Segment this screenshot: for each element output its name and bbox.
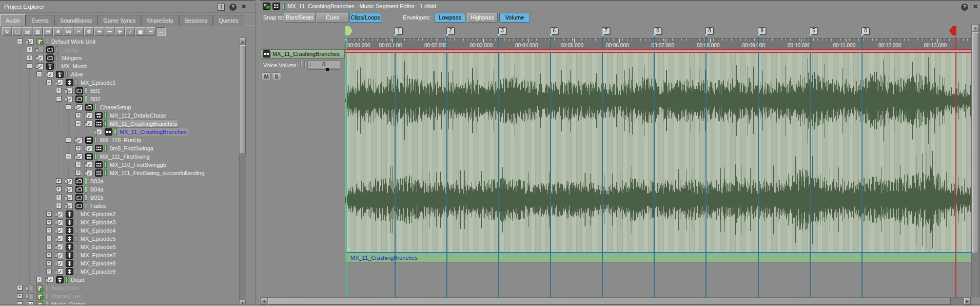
cue-marker-flag[interactable]: 0 <box>861 27 870 34</box>
tree-item-label[interactable]: B01 <box>89 87 102 94</box>
include-checkbox[interactable]: ✓ <box>86 145 92 151</box>
include-checkbox[interactable]: ✓ <box>57 227 63 234</box>
tree-item-label[interactable]: 0m5_FirstSwinga <box>108 145 155 152</box>
tree-scroll-thumb[interactable] <box>240 45 246 154</box>
include-checkbox[interactable]: ✓ <box>86 162 92 168</box>
tree-row[interactable]: +✓B01 <box>0 87 239 95</box>
tree-item-label[interactable]: MasterCues <box>50 293 83 300</box>
include-checkbox[interactable]: ✓ <box>67 96 73 102</box>
collapse-expander-icon[interactable]: − <box>66 137 71 143</box>
expand-expander-icon[interactable]: + <box>75 170 81 176</box>
mute-button[interactable]: M <box>262 72 271 81</box>
tree-item-label[interactable]: Beta_Cues <box>50 284 81 292</box>
include-checkbox[interactable]: ✓ <box>67 88 73 94</box>
solo-button[interactable]: S <box>272 72 281 81</box>
tab-sessions[interactable]: Sessions <box>179 15 213 26</box>
entry-cue-flag[interactable] <box>345 26 352 35</box>
include-checkbox[interactable] <box>28 293 34 299</box>
snap-clips-loops-button[interactable]: Clips/Loops <box>349 13 381 23</box>
expand-expander-icon[interactable]: + <box>75 145 81 151</box>
envelope-highpass-button[interactable]: Highpass <box>467 13 498 23</box>
sheet-icon[interactable]: ▦ <box>135 27 145 36</box>
cue-marker-flag[interactable]: 0 <box>654 27 662 34</box>
expand-expander-icon[interactable]: + <box>46 236 52 241</box>
tree-row[interactable]: −✓MX_111_FirstSwing <box>0 152 239 161</box>
cue-marker-flag[interactable]: 5 <box>810 27 818 34</box>
tree-row[interactable]: −✓MX_Music <box>0 62 239 70</box>
cue-marker-flag[interactable]: 6 <box>550 27 558 34</box>
expand-expander-icon[interactable]: + <box>17 293 23 299</box>
tree-row[interactable]: +✓MX_Episode9 <box>0 267 239 276</box>
expand-expander-icon[interactable]: + <box>17 285 23 291</box>
tree-item-label[interactable]: MX_11_CrashingBranches <box>108 120 179 127</box>
tree-row[interactable]: +✓Fades <box>0 202 239 210</box>
expand-expander-icon[interactable]: + <box>46 211 52 217</box>
grid-view-icon[interactable]: ⊞ <box>43 27 53 36</box>
tree-row[interactable]: +✓B03a <box>0 177 239 185</box>
tab-game-syncs[interactable]: Game Syncs <box>97 15 141 26</box>
timecode-ruler[interactable]: 00:00.00000:01.00000:02.00000:03.00000:0… <box>345 38 971 49</box>
tree-item-label[interactable]: MX_Episode4 <box>79 227 117 234</box>
hscroll-thumb[interactable] <box>268 298 951 304</box>
collapse-expander-icon[interactable]: − <box>75 121 81 126</box>
expand-expander-icon[interactable]: + <box>75 162 81 167</box>
expand-expander-icon[interactable]: + <box>46 260 52 266</box>
include-checkbox[interactable]: ✓ <box>57 269 63 275</box>
tree-row[interactable]: −✓MX_Episode1 <box>0 79 239 87</box>
include-checkbox[interactable]: ✓ <box>76 137 83 143</box>
tree-row[interactable]: −✓Alive <box>0 70 239 79</box>
snap-bars-beats-button[interactable]: Bars/Beats <box>284 13 316 23</box>
new-item-icon[interactable]: ▢ <box>12 27 22 36</box>
tree-item-label[interactable]: MX_Episode9 <box>79 268 117 275</box>
include-checkbox[interactable]: ✓ <box>57 244 63 250</box>
tree-item-label[interactable]: MX_111_FirstSwing <box>99 153 151 160</box>
voice-volume-field[interactable]: ↕ 0 <box>307 61 340 68</box>
tree-row[interactable]: +✓MX_Episode7 <box>0 251 239 259</box>
collapse-icon[interactable]: ⊟ <box>146 27 155 36</box>
expand-expander-icon[interactable]: + <box>46 269 52 274</box>
curve-indicator[interactable] <box>304 61 306 67</box>
expand-expander-icon[interactable]: + <box>56 203 62 208</box>
curve-indicator[interactable] <box>300 60 302 66</box>
expand-expander-icon[interactable]: + <box>27 47 32 52</box>
tree-item-label[interactable]: MX_Music <box>60 63 89 70</box>
tree-item-label[interactable]: Dead <box>69 276 86 283</box>
tree-item-label[interactable]: MX_112_DebrisChase <box>108 112 168 119</box>
track-header[interactable]: MX_11_CrashingBranches <box>261 49 345 59</box>
tree-item-label[interactable]: _Temp <box>60 46 80 53</box>
include-checkbox[interactable]: ✓ <box>57 80 63 86</box>
tree-row[interactable]: +✓MX_Episode6 <box>0 243 239 251</box>
tree-row[interactable]: +✓MX_Episode2 <box>0 210 239 218</box>
collapse-expander-icon[interactable]: − <box>66 154 71 159</box>
include-checkbox[interactable]: ✓ <box>57 211 63 217</box>
expand-expander-icon[interactable]: + <box>46 227 52 233</box>
tree-row[interactable]: +_Temp <box>0 46 239 54</box>
expand-expander-icon[interactable]: + <box>46 219 52 225</box>
tree-row[interactable]: +✓B04a <box>0 185 239 194</box>
new-folder-icon[interactable]: ▥ <box>33 27 43 36</box>
settings-icon[interactable]: ⚙ <box>84 27 94 36</box>
include-checkbox[interactable]: ✓ <box>86 121 92 127</box>
tree-row[interactable]: +✓MX_112_DebrisChase <box>0 111 239 120</box>
cut-icon[interactable]: ✂ <box>74 27 84 36</box>
tree-row[interactable]: +✓MX_111_FirstSwing_succesfullanding <box>0 169 239 177</box>
include-checkbox[interactable]: ✓ <box>76 104 83 110</box>
tree-row[interactable]: +✓Stingers <box>0 54 239 62</box>
include-checkbox[interactable]: ✓ <box>67 203 73 209</box>
include-checkbox[interactable]: ✓ <box>57 236 63 242</box>
scroll-up-icon[interactable]: ▲ <box>240 38 246 44</box>
tree-item-label[interactable]: MX_Episode5 <box>79 235 117 242</box>
collapse-expander-icon[interactable]: − <box>17 39 23 44</box>
tab-events[interactable]: Events <box>26 15 54 26</box>
tab-audio[interactable]: Audio <box>0 14 26 26</box>
include-checkbox[interactable] <box>37 47 44 53</box>
tree-item-label[interactable]: Stingers <box>60 54 83 62</box>
scroll-up-icon[interactable]: ▲ <box>972 25 979 31</box>
tree-row[interactable]: −✓MX_110_RunUp <box>0 136 239 144</box>
tree-row[interactable]: +✓0m5_FirstSwinga <box>0 144 239 152</box>
exit-cue-flag[interactable] <box>949 26 956 35</box>
help-icon[interactable]: ? <box>961 4 968 11</box>
include-checkbox[interactable] <box>28 285 34 291</box>
include-checkbox[interactable]: ✓ <box>67 195 73 201</box>
tree-item-label[interactable]: Fades <box>89 202 108 209</box>
